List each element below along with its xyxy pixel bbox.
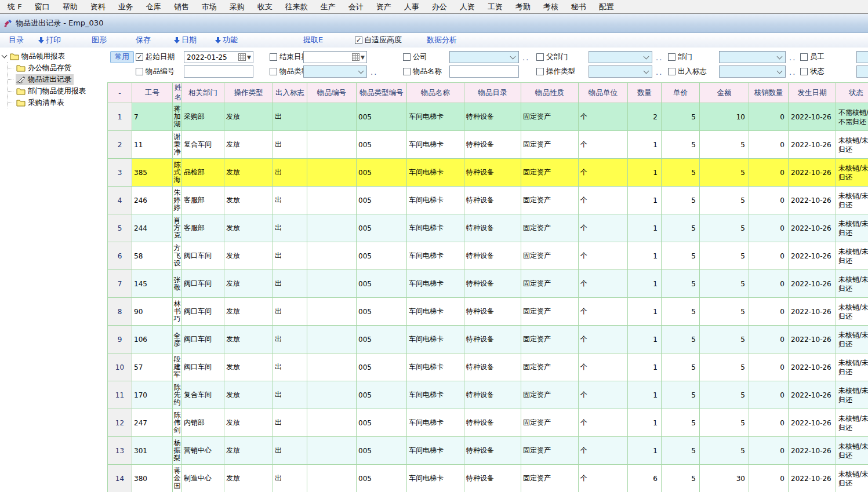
menu-item[interactable]: 业务: [112, 1, 140, 13]
table-row[interactable]: 658方飞设阀口车间发放出005车间电梯卡特种设备固定资产个15502022-1…: [108, 242, 868, 270]
status-select[interactable]: [856, 65, 868, 78]
menu-item[interactable]: 生产: [314, 1, 342, 13]
calendar-icon[interactable]: [238, 53, 246, 61]
table-row[interactable]: 5244肖方克客服部发放出005车间电梯卡特种设备固定资产个15502022-1…: [108, 214, 868, 242]
table-row[interactable]: 1057段建军阀口车间发放出005车间电梯卡特种设备固定资产个15502022-…: [108, 353, 868, 381]
filter-checkbox-employee[interactable]: 员工: [800, 51, 825, 63]
checkbox-icon[interactable]: [668, 68, 675, 75]
table-row[interactable]: 3385陈式海品检部发放出005车间电梯卡特种设备固定资产个15502022-1…: [108, 159, 868, 187]
op-type-ellipsis-button[interactable]: ..: [656, 68, 663, 76]
item-name-input[interactable]: [449, 65, 519, 78]
item-type-select[interactable]: [303, 65, 367, 78]
table-row[interactable]: 890林书巧阀口车间发放出005车间电梯卡特种设备固定资产个15502022-1…: [108, 298, 868, 326]
col-header-item-no[interactable]: 物品编号: [307, 83, 357, 103]
col-header-status[interactable]: 状态: [836, 83, 868, 103]
print-button[interactable]: 打印: [38, 35, 61, 45]
autofit-height-checkbox[interactable]: ✓ 自适应高度: [355, 35, 402, 45]
save-button[interactable]: 保存: [136, 35, 151, 45]
io-flag-select[interactable]: [719, 65, 786, 78]
checkbox-icon[interactable]: [536, 68, 544, 75]
date-button[interactable]: 日期: [174, 35, 197, 45]
col-header-item-name[interactable]: 物品名称: [407, 83, 464, 103]
filter-checkbox-item-no[interactable]: 物品编号: [136, 65, 175, 77]
sidebar-item[interactable]: 物品进出记录: [8, 74, 107, 85]
chevron-down-icon[interactable]: [644, 68, 649, 74]
end-date-input[interactable]: ▼: [303, 51, 367, 63]
menu-item[interactable]: 收支: [251, 1, 279, 13]
col-header-name[interactable]: 姓名: [173, 83, 182, 103]
menu-item[interactable]: 秘书: [565, 1, 593, 13]
menu-item[interactable]: 考勤: [509, 1, 537, 13]
extract-button[interactable]: 提取E: [303, 35, 323, 45]
menu-item[interactable]: 考核: [537, 1, 565, 13]
menu-item[interactable]: 人事: [398, 1, 426, 13]
filter-checkbox-status[interactable]: 状态: [800, 65, 825, 77]
filter-checkbox-op-type[interactable]: 操作类型: [536, 65, 575, 77]
chevron-down-icon[interactable]: [358, 68, 364, 74]
io-flag-ellipsis-button[interactable]: ..: [789, 68, 796, 76]
table-row[interactable]: 4246朱婷婷客服部发放出005车间电梯卡特种设备固定资产个15502022-1…: [108, 187, 868, 214]
employee-select[interactable]: [856, 51, 868, 63]
menu-item[interactable]: 资产: [370, 1, 398, 13]
col-header-item-nature[interactable]: 物品性质: [521, 83, 579, 103]
menu-item[interactable]: 人资: [453, 1, 481, 13]
col-header-amount[interactable]: 金额: [700, 83, 749, 103]
menu-item[interactable]: 会计: [342, 1, 370, 13]
sidebar-item[interactable]: 部门物品使用报表: [8, 85, 107, 97]
checkbox-icon[interactable]: [403, 53, 411, 61]
menu-item[interactable]: 办公: [426, 1, 453, 13]
col-header-item-type-no[interactable]: 物品类型编号: [357, 83, 407, 103]
menu-item[interactable]: 市场: [195, 1, 223, 13]
sidebar-root-item[interactable]: 物品领用报表: [0, 50, 107, 62]
menu-item[interactable]: 帮助: [56, 1, 84, 13]
function-button[interactable]: 功能: [215, 35, 238, 45]
start-date-input[interactable]: 2022-01-25 ▼: [184, 51, 253, 63]
col-header-qty[interactable]: 数量: [628, 83, 662, 103]
data-analysis-button[interactable]: 数据分析: [427, 35, 457, 45]
filter-checkbox-start-date[interactable]: ✓ 起始日期: [136, 51, 175, 63]
company-select[interactable]: [449, 51, 519, 63]
checkbox-icon[interactable]: [403, 68, 411, 75]
filter-checkbox-dept[interactable]: 部门: [668, 51, 692, 63]
dept-ellipsis-button[interactable]: ..: [789, 53, 796, 62]
col-header-item-unit[interactable]: 物品单位: [579, 83, 628, 103]
company-ellipsis-button[interactable]: ..: [522, 53, 529, 62]
expand-arrow-icon[interactable]: [2, 53, 8, 59]
checkbox-icon[interactable]: [668, 53, 675, 61]
item-no-input[interactable]: [184, 65, 253, 78]
table-row[interactable]: 14380蒋金国制造中心发放出005车间电梯卡特种设备固定资产个65300202…: [108, 465, 868, 492]
checkbox-icon[interactable]: [270, 53, 277, 61]
parent-dept-select[interactable]: [589, 51, 652, 63]
menu-item[interactable]: 销售: [168, 1, 195, 13]
filter-checkbox-io-flag[interactable]: 出入标志: [668, 65, 707, 77]
col-header-occur-date[interactable]: 发生日期: [789, 83, 836, 103]
menu-item[interactable]: 窗口: [28, 1, 56, 13]
common-filters-button[interactable]: 常用: [110, 51, 134, 63]
menu-item[interactable]: 往来款: [279, 1, 314, 13]
table-row[interactable]: 211谢秉净复合车间发放出005车间电梯卡特种设备固定资产个15502022-1…: [108, 131, 868, 159]
menu-item[interactable]: 采购: [223, 1, 251, 13]
col-header-op-type[interactable]: 操作类型: [224, 83, 273, 103]
table-row[interactable]: 9106全彦阀口车间发放出005车间电梯卡特种设备固定资产个15502022-1…: [108, 326, 868, 353]
graph-button[interactable]: 图形: [92, 35, 107, 45]
table-row[interactable]: 13301杨振梨营销中心发放出005车间电梯卡特种设备固定资产个15502022…: [108, 437, 868, 465]
item-type-ellipsis-button[interactable]: ..: [371, 68, 377, 76]
menu-item[interactable]: 资料: [84, 1, 112, 13]
catalog-button[interactable]: 目录: [9, 35, 24, 45]
checkbox-icon[interactable]: [270, 68, 277, 75]
col-header-dept[interactable]: 相关部门: [182, 83, 224, 103]
dept-select[interactable]: [719, 51, 786, 63]
checkbox-icon[interactable]: [800, 68, 808, 75]
checkbox-icon[interactable]: ✓: [355, 37, 362, 44]
menu-item[interactable]: 工资: [481, 1, 509, 13]
menu-item[interactable]: 配置: [593, 1, 620, 13]
col-header-io-flag[interactable]: 出入标志: [273, 83, 307, 103]
table-row[interactable]: 7145张敬阀口车间发放出005车间电梯卡特种设备固定资产个15502022-1…: [108, 270, 868, 298]
filter-checkbox-end-date[interactable]: 结束日期: [270, 51, 308, 63]
checkbox-icon[interactable]: [800, 53, 808, 61]
col-header-unit-price[interactable]: 单价: [662, 83, 700, 103]
chevron-down-icon[interactable]: [777, 68, 783, 74]
checkbox-icon[interactable]: [536, 53, 544, 61]
chevron-down-icon[interactable]: [644, 53, 649, 59]
menu-item[interactable]: 仓库: [140, 1, 168, 13]
